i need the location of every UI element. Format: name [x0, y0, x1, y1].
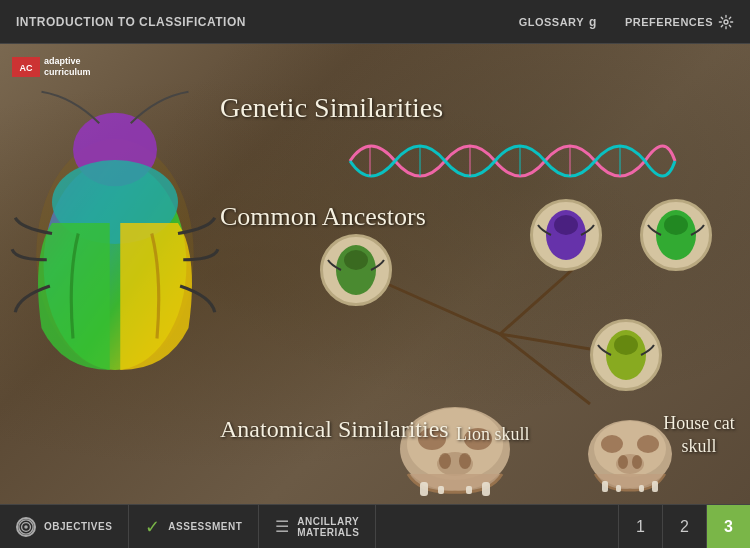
- preferences-button[interactable]: PREFERENCES: [625, 14, 734, 30]
- assessment-button[interactable]: ✓ ASSESSMENT: [129, 505, 259, 548]
- svg-point-25: [664, 215, 688, 235]
- svg-rect-34: [438, 486, 444, 494]
- target-icon: [18, 518, 34, 536]
- svg-point-23: [554, 215, 578, 235]
- svg-point-37: [439, 453, 451, 469]
- ancillary-label: ANCILLARY MATERIALS: [297, 516, 359, 538]
- svg-point-27: [614, 335, 638, 355]
- bottom-nav: OBJECTIVES ✓ ASSESSMENT ☰ ANCILLARY MATE…: [0, 504, 750, 548]
- svg-rect-33: [420, 482, 428, 496]
- beetle-circle-3: [640, 199, 712, 271]
- svg-rect-36: [482, 482, 490, 496]
- page-2-button[interactable]: 2: [662, 505, 706, 549]
- top-bar-actions: GLOSSARY g PREFERENCES: [519, 14, 734, 30]
- beetle-circle-1: [320, 234, 392, 306]
- svg-point-52: [24, 525, 28, 529]
- beetle-area: [0, 44, 220, 424]
- glossary-label: GLOSSARY: [519, 16, 584, 28]
- preferences-label: PREFERENCES: [625, 16, 713, 28]
- objectives-icon: [16, 517, 36, 537]
- page-3-button[interactable]: 3: [706, 505, 750, 549]
- dna-helix: [340, 126, 680, 196]
- document-icon: ☰: [275, 517, 289, 536]
- main-content: AC adaptive curriculum: [0, 44, 750, 504]
- top-bar: INTRODUCTION TO CLASSIFICATION GLOSSARY …: [0, 0, 750, 44]
- svg-rect-47: [652, 481, 658, 492]
- svg-point-21: [344, 250, 368, 270]
- genetic-similarities-label: Genetic Similarities: [220, 92, 443, 124]
- beetle-circle-4: [590, 319, 662, 391]
- page-numbers: 1 2 3: [618, 505, 750, 548]
- objectives-button[interactable]: OBJECTIVES: [0, 505, 129, 548]
- gear-icon: [718, 14, 734, 30]
- dna-area: [340, 126, 680, 196]
- assessment-label: ASSESSMENT: [168, 521, 242, 532]
- page-title: INTRODUCTION TO CLASSIFICATION: [16, 15, 246, 29]
- svg-rect-45: [616, 485, 621, 492]
- objectives-label: OBJECTIVES: [44, 521, 112, 532]
- svg-rect-44: [602, 481, 608, 492]
- svg-text:g: g: [589, 15, 597, 29]
- ancillary-button[interactable]: ☰ ANCILLARY MATERIALS: [259, 505, 376, 548]
- svg-point-48: [618, 455, 628, 469]
- anatomical-label: Anatomical Similarities: [220, 414, 449, 445]
- glossary-button[interactable]: GLOSSARY g: [519, 14, 605, 30]
- lion-skull-label: Lion skull: [456, 424, 530, 445]
- page-1-button[interactable]: 1: [618, 505, 662, 549]
- house-cat-skull-label: House cat skull: [648, 412, 750, 459]
- content-layer: AC adaptive curriculum: [0, 44, 750, 504]
- svg-point-49: [632, 455, 642, 469]
- svg-rect-35: [466, 486, 472, 494]
- svg-point-38: [459, 453, 471, 469]
- beetle-image: [10, 84, 220, 404]
- beetle-circle-2: [530, 199, 602, 271]
- glossary-icon: g: [589, 14, 605, 30]
- svg-point-1: [724, 20, 728, 24]
- svg-rect-46: [639, 485, 644, 492]
- checkmark-icon: ✓: [145, 516, 160, 538]
